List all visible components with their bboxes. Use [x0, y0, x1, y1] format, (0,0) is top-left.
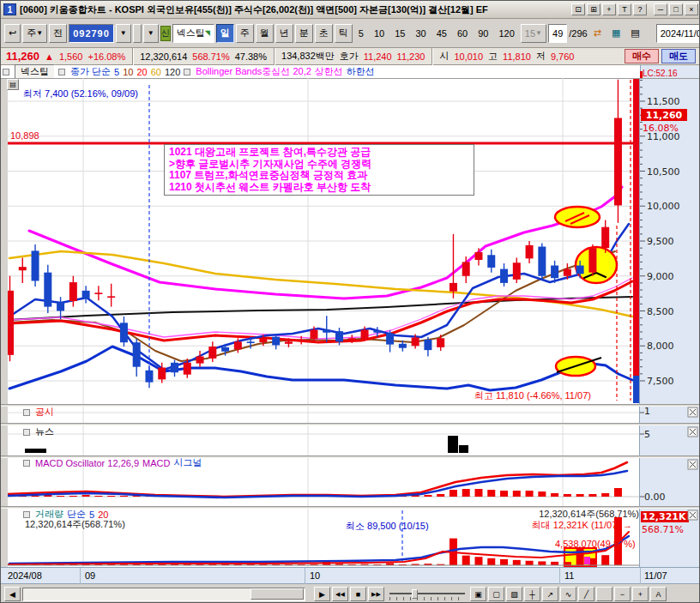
- date-axis-separator: [640, 568, 641, 585]
- svg-text:11,260: 11,260: [646, 110, 683, 121]
- tile-windows-icon[interactable]: ▣: [470, 587, 486, 601]
- minute-15-button[interactable]: 15: [390, 24, 409, 43]
- zoom-in-button[interactable]: +: [632, 587, 649, 601]
- period-day-button[interactable]: 일: [216, 24, 234, 43]
- cascade-windows-icon[interactable]: ▢: [488, 587, 504, 601]
- prev-stock-button[interactable]: 전: [49, 24, 67, 43]
- market-type-badge: 신: [160, 26, 171, 41]
- period-week-button[interactable]: 주: [236, 24, 254, 43]
- scroll-left-button[interactable]: ◀: [4, 587, 21, 601]
- clone-window-icon[interactable]: ⊞: [587, 3, 600, 15]
- pin-icon[interactable]: +: [602, 3, 616, 15]
- close-button[interactable]: ×: [685, 3, 698, 15]
- date-axis-separator: [305, 568, 305, 585]
- sound-button[interactable]: ▼: [143, 24, 159, 43]
- page-input[interactable]: 49: [548, 24, 567, 43]
- legend-boll-upper: 상한선: [315, 65, 343, 78]
- search-button[interactable]: [133, 24, 142, 43]
- period-minute-button[interactable]: 분: [295, 24, 313, 43]
- minute-60-button[interactable]: 60: [453, 24, 472, 43]
- stock-code-input[interactable]: 092790: [69, 24, 114, 43]
- volume-min-annotation: 최소 89,500 (10/15): [346, 520, 429, 533]
- stop-button[interactable]: ■: [350, 587, 366, 601]
- compare-arrows-icon[interactable]: ⇄: [589, 24, 606, 43]
- toggle-box-icon[interactable]: [3, 69, 9, 75]
- wave-tool-icon[interactable]: ∿: [560, 587, 576, 601]
- high-label: 고: [488, 50, 498, 63]
- minute-45-button[interactable]: 45: [432, 24, 451, 43]
- play-button[interactable]: ▶: [314, 587, 330, 601]
- quote-info-bar: 11,260 ▲ 1,560 +16.08% 12,320,614 568.71…: [1, 48, 700, 65]
- gongsi-label: 공시: [35, 406, 54, 419]
- crosshair-icon[interactable]: ┼: [524, 587, 540, 601]
- toggle-box-icon[interactable]: [23, 460, 30, 467]
- sell-button[interactable]: 매도: [661, 49, 696, 63]
- save-icon[interactable]: ▤: [626, 24, 643, 43]
- svg-text:8,500: 8,500: [647, 306, 674, 317]
- maximize-button[interactable]: □: [669, 3, 683, 15]
- chart-style-icon[interactable]: ▦: [607, 24, 625, 43]
- date-axis-label: 11: [564, 570, 574, 581]
- nav-back-button[interactable]: ↩: [4, 24, 21, 43]
- buy-button[interactable]: 매수: [625, 49, 659, 63]
- stock-name-field[interactable]: 넥스틸 ◥: [172, 24, 214, 43]
- draw-tool-icon[interactable]: ╱: [578, 587, 594, 601]
- legend-close-label: 종가 단순: [70, 65, 111, 78]
- fast-forward-button[interactable]: ▶▶: [368, 587, 384, 601]
- period-month-button[interactable]: 월: [256, 24, 274, 43]
- cycle-combo[interactable]: 주▼: [22, 24, 47, 43]
- open-label: 시: [439, 50, 449, 63]
- svg-text:16.08%: 16.08%: [643, 123, 679, 134]
- settings-gear-icon[interactable]: [646, 24, 655, 43]
- toggle-box-icon[interactable]: [23, 409, 30, 416]
- period-tick-button[interactable]: 틱: [335, 24, 353, 43]
- minute-10-button[interactable]: 10: [370, 24, 389, 43]
- period-second-button[interactable]: 초: [315, 24, 333, 43]
- minimize-button[interactable]: ─: [654, 3, 667, 15]
- max-price-annotation: 최고 11,810 (-4.66%, 11/07): [474, 389, 591, 402]
- horizontal-scrollbar[interactable]: [22, 588, 305, 601]
- period-year-button[interactable]: 년: [275, 24, 293, 43]
- trendline-icon[interactable]: ↗: [542, 587, 558, 601]
- panel-expand-icon[interactable]: ▤: [7, 79, 19, 90]
- zoom-out-button[interactable]: −: [614, 587, 631, 601]
- date-axis-separator: [559, 568, 560, 585]
- code-dropdown[interactable]: ▼: [116, 24, 131, 43]
- speed-slider[interactable]: [389, 588, 465, 601]
- date-axis: 2024/0809101111/07: [1, 567, 700, 584]
- help-icon[interactable]: ?: [633, 3, 647, 15]
- legend-bollinger: Bollinger Bands중심선 20,2: [196, 65, 311, 78]
- news-line: 1210 첫시추선 웨스트 카펠라호 부산항 도착: [169, 182, 469, 194]
- page-total: /296: [569, 28, 587, 39]
- status-bar: ◀ ▶ ◀◀ ■ ▶▶ ▣ ▢ ▨ ┼ ↗ ∿ ╱ − + A: [1, 584, 700, 603]
- svg-text:1: 1: [644, 406, 650, 417]
- minute-30-button[interactable]: 30: [411, 24, 430, 43]
- volume-highlight-annotation: 4,538,070(49.87%): [555, 539, 640, 549]
- minute-90-button[interactable]: 90: [474, 24, 492, 43]
- date-input[interactable]: 2024/11/07: [656, 24, 700, 43]
- rewind-button[interactable]: ◀◀: [332, 587, 348, 601]
- toggle-box-icon[interactable]: [23, 429, 30, 436]
- legend-ma60: 60: [151, 67, 161, 77]
- toggle-box-icon[interactable]: [58, 69, 65, 75]
- minute-120-button[interactable]: 120: [494, 24, 518, 43]
- zoom-tool-button[interactable]: [596, 587, 612, 601]
- pattern-icon[interactable]: ▨: [506, 587, 522, 601]
- hoga-label: 호가: [340, 50, 359, 63]
- font-icon[interactable]: T: [618, 3, 631, 15]
- minute-combo[interactable]: 15▼: [521, 24, 546, 43]
- popout-icon[interactable]: ⊡: [571, 3, 585, 15]
- toggle-box-icon[interactable]: [184, 69, 190, 75]
- title-bar[interactable]: 1 [0600] 키움종합차트 - KOSPI 외국인보유[455(천)] 주식…: [1, 1, 700, 19]
- indicator-legend-bar: 넥스틸 종가 단순 5 10 20 60 120 Bollinger Bands…: [1, 65, 640, 78]
- svg-text:12,321K: 12,321K: [643, 511, 686, 522]
- news-label: 뉴스: [35, 425, 54, 438]
- svg-text:8,000: 8,000: [647, 341, 674, 352]
- scrollbar-thumb[interactable]: [250, 588, 304, 600]
- minute-5-button[interactable]: 5: [354, 24, 368, 43]
- toggle-box-icon[interactable]: [23, 511, 30, 518]
- change-percent: +16.08%: [88, 51, 125, 62]
- font-size-button[interactable]: A: [650, 587, 667, 601]
- svg-text:568.71%: 568.71%: [642, 524, 684, 535]
- low-label: 저: [536, 50, 546, 63]
